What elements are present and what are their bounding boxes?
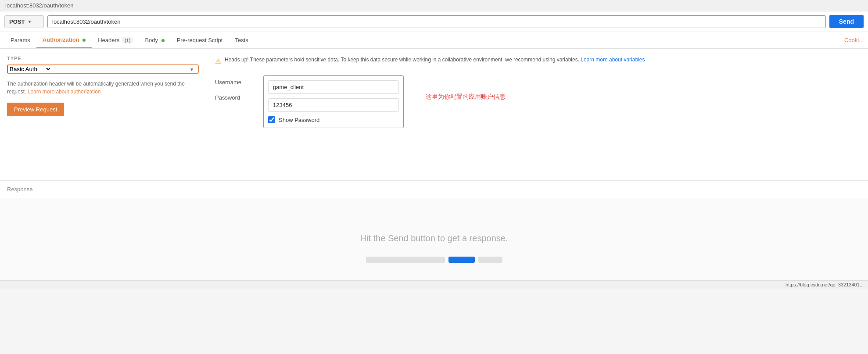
auth-labels: Username Password xyxy=(215,75,250,128)
password-input[interactable] xyxy=(268,98,399,112)
method-dropdown-arrow: ▼ xyxy=(27,19,32,24)
url-input[interactable] xyxy=(47,15,826,28)
bar-blue xyxy=(448,257,475,263)
tabs-bar: Params Authorization Headers (1) Body Pr… xyxy=(0,32,868,49)
show-password-row: Show Password xyxy=(268,116,399,123)
tab-prerequest-label: Pre-request Script xyxy=(177,37,223,43)
username-label: Username xyxy=(215,79,250,86)
tab-headers-label: Headers xyxy=(98,37,119,43)
tabs-right-cookies[interactable]: Cooki... xyxy=(844,37,864,43)
right-panel: ⚠ Heads up! These parameters hold sensit… xyxy=(206,49,868,180)
tab-authorization[interactable]: Authorization xyxy=(36,32,92,48)
method-label: POST xyxy=(9,18,25,25)
tab-headers[interactable]: Headers (1) xyxy=(92,32,139,48)
tab-body[interactable]: Body xyxy=(139,32,170,48)
type-section-label: TYPE xyxy=(7,56,199,61)
warning-icon: ⚠ xyxy=(215,56,221,67)
authorization-dot xyxy=(82,39,86,42)
main-content: TYPE Basic Auth No Auth Bearer Token API… xyxy=(0,49,868,180)
status-bar: https://blog.csdn.net/qq_33213401... xyxy=(0,280,868,289)
left-panel: TYPE Basic Auth No Auth Bearer Token API… xyxy=(0,49,206,180)
method-selector[interactable]: POST ▼ xyxy=(4,15,44,28)
send-button[interactable]: Send xyxy=(829,15,864,28)
show-password-label[interactable]: Show Password xyxy=(279,117,319,123)
username-input[interactable] xyxy=(268,80,399,94)
tab-authorization-label: Authorization xyxy=(43,36,79,43)
tab-prerequest[interactable]: Pre-request Script xyxy=(171,32,229,48)
auth-form: Username Password Show Password 这里为你配置的应… xyxy=(215,75,859,128)
tab-tests-label: Tests xyxy=(235,37,248,43)
password-label: Password xyxy=(215,94,250,101)
response-label: Response xyxy=(7,186,33,193)
show-password-checkbox[interactable] xyxy=(268,116,275,123)
type-select-wrapper: Basic Auth No Auth Bearer Token API Key … xyxy=(7,64,199,74)
empty-response-text: Hit the Send button to get a response. xyxy=(360,233,508,243)
status-bar-text: https://blog.csdn.net/qq_33213401... xyxy=(786,282,864,287)
warning-box: ⚠ Heads up! These parameters hold sensit… xyxy=(215,56,859,67)
bar-gray-long xyxy=(366,257,445,263)
title-bar: localhost:8032/oauth/token xyxy=(0,0,868,11)
body-dot xyxy=(161,39,165,42)
url-bar: POST ▼ Send xyxy=(0,11,868,32)
preview-request-button[interactable]: Preview Request xyxy=(7,103,64,116)
learn-more-variables-link[interactable]: Learn more about variables xyxy=(581,57,645,63)
learn-more-auth-link[interactable]: Learn more about authorization xyxy=(28,89,101,95)
bar-gray-short xyxy=(478,257,502,263)
tab-body-label: Body xyxy=(145,37,158,43)
response-section-header: Response xyxy=(0,180,868,198)
type-select-container[interactable]: Basic Auth No Auth Bearer Token API Key … xyxy=(7,65,198,73)
warning-text: Heads up! These parameters hold sensitiv… xyxy=(225,57,579,63)
window-title: localhost:8032/oauth/token xyxy=(5,2,73,9)
tab-params-label: Params xyxy=(11,37,30,43)
headers-badge: (1) xyxy=(122,37,133,43)
empty-response-area: Hit the Send button to get a response. xyxy=(0,198,868,280)
empty-response-bars xyxy=(366,257,502,263)
auth-description: The authorization header will be automat… xyxy=(7,80,199,96)
type-select[interactable]: Basic Auth No Auth Bearer Token API Key … xyxy=(7,65,52,73)
auth-fields-wrapper: Show Password xyxy=(263,75,404,128)
tab-params[interactable]: Params xyxy=(4,32,36,48)
annotation-text: 这里为你配置的应用账户信息 xyxy=(426,75,506,101)
tab-tests[interactable]: Tests xyxy=(229,32,254,48)
